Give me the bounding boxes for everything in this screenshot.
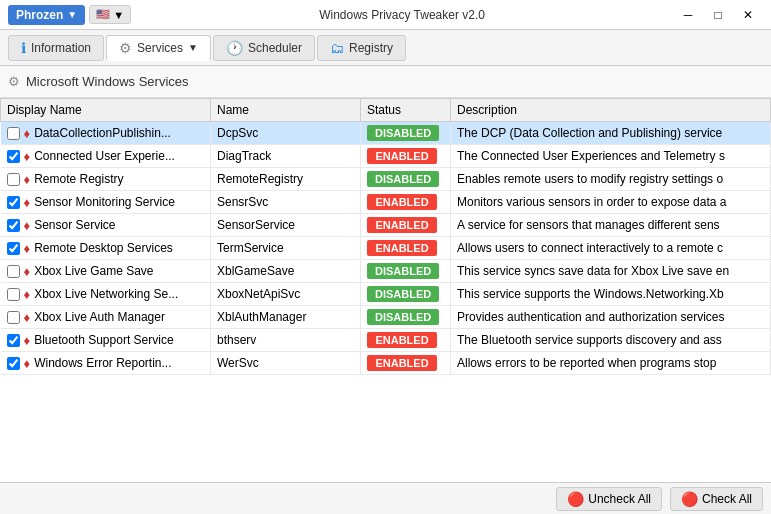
- check-all-button[interactable]: 🔴 Check All: [670, 487, 763, 511]
- flag-selector[interactable]: 🇺🇸 ▼: [89, 5, 131, 24]
- service-icon: ♦: [24, 195, 31, 210]
- row-checkbox[interactable]: [7, 265, 20, 278]
- registry-icon: 🗂: [330, 40, 344, 56]
- brand-label: Phrozen: [16, 8, 63, 22]
- cell-name: DiagTrack: [211, 145, 361, 168]
- cell-display-name: ♦ Remote Registry: [1, 168, 211, 191]
- cell-status: DISABLED: [361, 168, 451, 191]
- row-checkbox[interactable]: [7, 311, 20, 324]
- service-icon: ♦: [24, 149, 31, 164]
- table-row: ♦ Remote Desktop Services TermServiceENA…: [1, 237, 771, 260]
- tab-scheduler-label: Scheduler: [248, 41, 302, 55]
- col-header-display: Display Name: [1, 99, 211, 122]
- window-title: Windows Privacy Tweaker v2.0: [131, 8, 673, 22]
- cell-status: DISABLED: [361, 260, 451, 283]
- brand-button[interactable]: Phrozen ▼: [8, 5, 85, 25]
- status-badge: ENABLED: [367, 194, 437, 210]
- display-name-text: Connected User Experie...: [34, 149, 175, 163]
- services-table-container[interactable]: Display Name Name Status Description ♦ D…: [0, 98, 771, 482]
- display-name-text: Xbox Live Game Save: [34, 264, 153, 278]
- row-checkbox[interactable]: [7, 127, 20, 140]
- tab-scheduler[interactable]: 🕐 Scheduler: [213, 35, 315, 61]
- row-checkbox[interactable]: [7, 288, 20, 301]
- close-button[interactable]: ✕: [733, 5, 763, 25]
- cell-description: The Connected User Experiences and Telem…: [451, 145, 771, 168]
- cell-name: XblGameSave: [211, 260, 361, 283]
- tab-information[interactable]: ℹ Information: [8, 35, 104, 61]
- status-badge: ENABLED: [367, 332, 437, 348]
- cell-status: DISABLED: [361, 122, 451, 145]
- cell-status: ENABLED: [361, 191, 451, 214]
- service-icon: ♦: [24, 126, 31, 141]
- status-badge: ENABLED: [367, 240, 437, 256]
- display-name-text: Sensor Service: [34, 218, 115, 232]
- display-name-text: Xbox Live Auth Manager: [34, 310, 165, 324]
- cell-status: ENABLED: [361, 329, 451, 352]
- status-badge: ENABLED: [367, 148, 437, 164]
- table-row: ♦ DataCollectionPublishin... DcpSvcDISAB…: [1, 122, 771, 145]
- cell-display-name: ♦ Xbox Live Auth Manager: [1, 306, 211, 329]
- status-badge: DISABLED: [367, 286, 439, 302]
- status-badge: DISABLED: [367, 125, 439, 141]
- cell-name: XblAuthManager: [211, 306, 361, 329]
- cell-display-name: ♦ Xbox Live Game Save: [1, 260, 211, 283]
- col-header-name: Name: [211, 99, 361, 122]
- cell-description: This service syncs save data for Xbox Li…: [451, 260, 771, 283]
- flag-chevron-icon: ▼: [113, 9, 124, 21]
- display-name-text: Sensor Monitoring Service: [34, 195, 175, 209]
- cell-status: DISABLED: [361, 283, 451, 306]
- minimize-button[interactable]: ─: [673, 5, 703, 25]
- cell-status: ENABLED: [361, 237, 451, 260]
- tab-services[interactable]: ⚙ Services ▼: [106, 35, 211, 61]
- cell-display-name: ♦ Connected User Experie...: [1, 145, 211, 168]
- uncheck-all-button[interactable]: 🔴 Uncheck All: [556, 487, 662, 511]
- cell-name: TermService: [211, 237, 361, 260]
- row-checkbox[interactable]: [7, 242, 20, 255]
- bottom-bar: 🔴 Uncheck All 🔴 Check All: [0, 482, 771, 514]
- row-checkbox[interactable]: [7, 196, 20, 209]
- cell-name: SensorService: [211, 214, 361, 237]
- brand-chevron-icon: ▼: [67, 9, 77, 20]
- cell-description: This service supports the Windows.Networ…: [451, 283, 771, 306]
- services-dropdown-icon: ▼: [188, 42, 198, 53]
- status-badge: DISABLED: [367, 309, 439, 325]
- row-checkbox[interactable]: [7, 334, 20, 347]
- section-title: Microsoft Windows Services: [26, 74, 189, 89]
- status-badge: DISABLED: [367, 263, 439, 279]
- display-name-text: Xbox Live Networking Se...: [34, 287, 178, 301]
- tab-information-label: Information: [31, 41, 91, 55]
- section-header: ⚙ Microsoft Windows Services: [0, 66, 771, 98]
- flag-icon: 🇺🇸: [96, 8, 110, 21]
- table-row: ♦ Remote Registry RemoteRegistryDISABLED…: [1, 168, 771, 191]
- cell-description: The DCP (Data Collection and Publishing)…: [451, 122, 771, 145]
- table-row: ♦ Bluetooth Support Service bthservENABL…: [1, 329, 771, 352]
- cell-status: ENABLED: [361, 352, 451, 375]
- cell-description: Allows users to connect interactively to…: [451, 237, 771, 260]
- tab-registry[interactable]: 🗂 Registry: [317, 35, 406, 61]
- services-table: Display Name Name Status Description ♦ D…: [0, 98, 771, 375]
- uncheck-all-label: Uncheck All: [588, 492, 651, 506]
- cell-description: Enables remote users to modify registry …: [451, 168, 771, 191]
- status-badge: DISABLED: [367, 171, 439, 187]
- row-checkbox[interactable]: [7, 150, 20, 163]
- row-checkbox[interactable]: [7, 357, 20, 370]
- section-icon: ⚙: [8, 74, 20, 89]
- table-row: ♦ Xbox Live Game Save XblGameSaveDISABLE…: [1, 260, 771, 283]
- window-controls: ─ □ ✕: [673, 5, 763, 25]
- row-checkbox[interactable]: [7, 173, 20, 186]
- display-name-text: Remote Desktop Services: [34, 241, 173, 255]
- cell-name: WerSvc: [211, 352, 361, 375]
- cell-display-name: ♦ Sensor Monitoring Service: [1, 191, 211, 214]
- tab-registry-label: Registry: [349, 41, 393, 55]
- services-icon: ⚙: [119, 40, 132, 56]
- cell-description: Allows errors to be reported when progra…: [451, 352, 771, 375]
- cell-status: ENABLED: [361, 214, 451, 237]
- maximize-button[interactable]: □: [703, 5, 733, 25]
- cell-display-name: ♦ Xbox Live Networking Se...: [1, 283, 211, 306]
- table-row: ♦ Windows Error Reportin... WerSvcENABLE…: [1, 352, 771, 375]
- service-icon: ♦: [24, 264, 31, 279]
- row-checkbox[interactable]: [7, 219, 20, 232]
- tab-services-label: Services: [137, 41, 183, 55]
- service-icon: ♦: [24, 287, 31, 302]
- status-badge: ENABLED: [367, 217, 437, 233]
